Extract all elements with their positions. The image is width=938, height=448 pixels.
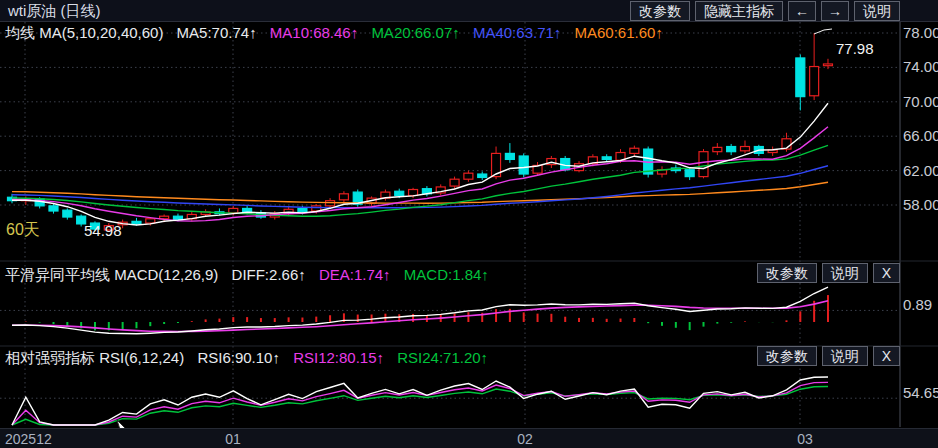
time-axis-label: 202512	[5, 431, 52, 447]
rsi24-value: RSI24:71.20↑	[397, 349, 488, 366]
rsi12-value: RSI12:80.15↑	[293, 349, 384, 366]
ma40-value: MA40:63.71↑	[473, 24, 561, 41]
change-params-button[interactable]: 改参数	[630, 1, 690, 21]
price-axis-label: 78.00	[903, 24, 938, 41]
low-price-annotation: 54.98	[84, 222, 122, 239]
macd-buttons: 改参数 说明 X	[757, 263, 900, 283]
macd-close-button[interactable]: X	[873, 263, 900, 283]
time-axis: 202512 01 02 03	[0, 428, 938, 448]
rsi-axis-label: 54.65	[903, 384, 938, 401]
diff-value: DIFF:2.66↑	[232, 266, 306, 283]
chart-app-window: wti原油 (日线) 改参数 隐藏主指标 ← → 说明 均线 MA(5,10,2…	[0, 0, 938, 448]
price-axis-label: 70.00	[903, 93, 938, 110]
high-price-annotation: 77.98	[836, 40, 874, 57]
candlestick-plot	[8, 33, 833, 231]
price-axis-label: 62.00	[903, 162, 938, 179]
ma5-value: MA5:70.74↑	[177, 24, 257, 41]
rsi6-value: RSI6:90.10↑	[197, 349, 280, 366]
ma60-value: MA60:61.60↑	[575, 24, 663, 41]
annotation-layer	[117, 29, 832, 434]
rsi-buttons: 改参数 说明 X	[757, 346, 900, 366]
rsi-formula-label: 相对强弱指标 RSI(6,12,24)	[5, 349, 184, 366]
rsi-header: 相对强弱指标 RSI(6,12,24) RSI6:90.10↑ RSI12:80…	[5, 349, 497, 368]
time-axis-label: 02	[505, 431, 545, 447]
price-axis-label: 58.00	[903, 196, 938, 213]
ma-indicator-header: 均线 MA(5,10,20,40,60) MA5:70.74↑ MA10:68.…	[5, 24, 672, 43]
range-label: 60天	[6, 220, 40, 241]
hide-main-indicator-button[interactable]: 隐藏主指标	[695, 1, 783, 21]
macd-header: 平滑异同平均线 MACD(12,26,9) DIFF:2.66↑ DEA:1.7…	[5, 266, 498, 285]
prev-arrow-button[interactable]: ←	[788, 1, 816, 21]
ma10-value: MA10:68.46↑	[270, 24, 358, 41]
dea-value: DEA:1.74↑	[319, 266, 391, 283]
rsi-plot	[12, 377, 828, 425]
macd-help-button[interactable]: 说明	[822, 263, 868, 283]
time-axis-label: 03	[785, 431, 825, 447]
time-axis-label: 01	[213, 431, 253, 447]
ma20-value: MA20:66.07↑	[371, 24, 459, 41]
rsi-help-button[interactable]: 说明	[822, 346, 868, 366]
macd-formula-label: 平滑异同平均线 MACD(12,26,9)	[5, 266, 218, 283]
rsi-close-button[interactable]: X	[873, 346, 900, 366]
help-button[interactable]: 说明	[854, 1, 900, 21]
next-arrow-button[interactable]: →	[821, 1, 849, 21]
price-axis-label: 66.00	[903, 127, 938, 144]
rsi-change-params-button[interactable]: 改参数	[757, 346, 817, 366]
topbar-buttons: 改参数 隐藏主指标 ← → 说明	[630, 1, 900, 21]
macd-value: MACD:1.84↑	[404, 266, 489, 283]
title-bar: wti原油 (日线) 改参数 隐藏主指标 ← → 说明	[0, 0, 938, 22]
symbol-title: wti原油 (日线)	[8, 2, 101, 21]
macd-change-params-button[interactable]: 改参数	[757, 263, 817, 283]
chart-canvas	[0, 0, 938, 448]
macd-axis-label: 0.89	[903, 296, 938, 313]
ma-formula-label: 均线 MA(5,10,20,40,60)	[5, 24, 163, 41]
price-axis-label: 74.00	[903, 58, 938, 75]
